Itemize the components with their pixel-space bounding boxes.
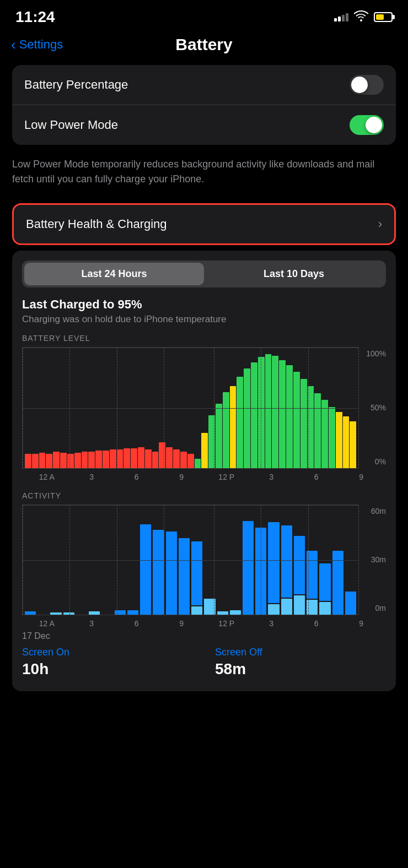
activity-bar-group	[101, 508, 112, 615]
activity-bar-group	[319, 508, 330, 615]
low-power-description: Low Power Mode temporarily reduces backg…	[0, 150, 408, 198]
activity-label: ACTIVITY	[22, 491, 386, 500]
activity-bar-group	[255, 508, 266, 615]
x-label: 9	[159, 619, 205, 628]
y-label-100: 100%	[358, 349, 386, 358]
back-arrow-icon: ‹	[11, 37, 16, 52]
chart-card: Last 24 Hours Last 10 Days Last Charged …	[12, 251, 396, 691]
activity-bar-group	[191, 508, 202, 615]
battery-status-icon	[374, 12, 393, 22]
battery-percentage-toggle[interactable]	[350, 75, 384, 95]
time-period-toggle[interactable]: Last 24 Hours Last 10 Days	[22, 261, 386, 287]
x-label: 6	[114, 619, 159, 628]
activity-bar-group	[76, 508, 87, 615]
activity-bar-group	[217, 508, 228, 615]
page-title: Battery	[175, 35, 232, 54]
activity-bar-group	[127, 508, 138, 615]
activity-bars-container	[23, 505, 358, 615]
y-label-30m: 30m	[358, 555, 386, 564]
activity-bar-group	[294, 508, 305, 615]
low-power-mode-label: Low Power Mode	[24, 118, 118, 132]
status-icons	[334, 10, 393, 24]
activity-chart: 60m 30m 0m	[22, 504, 386, 615]
back-button[interactable]: ‹ Settings	[11, 37, 63, 52]
x-label: 3	[69, 619, 115, 628]
activity-bar-group	[268, 508, 279, 615]
x-label: 6	[294, 619, 339, 628]
battery-level-label: BATTERY LEVEL	[22, 334, 386, 343]
x-label: 12 A	[24, 619, 69, 628]
status-time: 11:24	[15, 8, 55, 26]
activity-bar-group	[243, 508, 254, 615]
battery-percentage-label: Battery Percentage	[24, 78, 128, 92]
battery-level-chart: 100% 50% 0%	[22, 347, 386, 468]
x-label: 3	[69, 473, 115, 481]
toggle-knob-on	[366, 117, 382, 133]
x-label: 3	[249, 619, 294, 628]
screen-stats: Screen On 10h Screen Off 58m	[22, 641, 386, 683]
last-10-days-tab[interactable]: Last 10 Days	[204, 263, 384, 285]
low-power-mode-toggle[interactable]	[350, 115, 384, 135]
wifi-icon	[354, 10, 368, 24]
screen-on-stat: Screen On 10h	[22, 647, 193, 678]
activity-bar-group	[204, 508, 215, 615]
battery-percentage-row[interactable]: Battery Percentage	[12, 65, 396, 105]
low-power-mode-row[interactable]: Low Power Mode	[12, 105, 396, 145]
battery-health-row[interactable]: Battery Health & Charging ›	[12, 203, 396, 245]
battery-bars	[23, 348, 358, 468]
activity-bar-group	[230, 508, 241, 615]
activity-bar-group	[63, 508, 74, 615]
activity-bar-group	[140, 508, 151, 615]
charge-title: Last Charged to 95%	[22, 297, 386, 312]
battery-bar	[25, 454, 31, 468]
toggles-card: Battery Percentage Low Power Mode	[12, 65, 396, 145]
activity-bar-group	[281, 508, 292, 615]
toggle-knob	[351, 77, 368, 93]
activity-bar-group	[332, 508, 343, 615]
battery-x-labels: 12 A 3 6 9 12 P 3 6 9	[22, 470, 386, 481]
x-label: 12 P	[204, 473, 249, 481]
activity-y-labels: 60m 30m 0m	[358, 504, 386, 615]
battery-y-labels: 100% 50% 0%	[358, 347, 386, 468]
activity-bar-group	[166, 508, 177, 615]
x-label: 9	[339, 619, 384, 628]
nav-header: ‹ Settings Battery	[0, 30, 408, 65]
x-label: 3	[249, 473, 294, 481]
screen-off-value: 58m	[215, 660, 386, 678]
x-label: 12 P	[204, 619, 249, 628]
y-label-0m: 0m	[358, 604, 386, 612]
battery-health-label: Battery Health & Charging	[26, 217, 167, 231]
status-bar: 11:24	[0, 0, 408, 30]
last-24-hours-tab[interactable]: Last 24 Hours	[24, 263, 204, 285]
battery-chart-area	[22, 347, 358, 468]
activity-bar-group	[37, 508, 49, 615]
y-label-50: 50%	[358, 403, 386, 412]
chart-date: 17 Dec	[22, 631, 50, 641]
screen-off-stat: Screen Off 58m	[215, 647, 386, 678]
activity-bar-group	[89, 508, 100, 615]
signal-bars-icon	[334, 13, 348, 21]
x-label: 6	[294, 473, 339, 481]
activity-bar-group	[179, 508, 190, 615]
activity-x-labels: 12 A 3 6 9 12 P 3 6 9	[22, 617, 386, 628]
x-label: 12 A	[24, 473, 69, 481]
chart-bottom-info: 17 Dec	[22, 631, 386, 641]
chevron-right-icon: ›	[378, 217, 382, 231]
activity-bar-group	[25, 508, 36, 615]
x-label: 9	[159, 473, 205, 481]
y-label-0: 0%	[358, 457, 386, 466]
charge-info: Last Charged to 95% Charging was on hold…	[22, 297, 386, 325]
screen-on-label: Screen On	[22, 647, 193, 658]
activity-bar-group	[345, 508, 356, 615]
x-label: 6	[114, 473, 159, 481]
activity-chart-area	[22, 504, 358, 615]
activity-bar-group	[115, 508, 126, 615]
screen-on-value: 10h	[22, 660, 193, 678]
charge-subtitle: Charging was on hold due to iPhone tempe…	[22, 314, 386, 325]
back-label: Settings	[19, 37, 63, 52]
activity-bar-group	[153, 508, 164, 615]
x-label: 9	[339, 473, 384, 481]
y-label-60m: 60m	[358, 507, 386, 516]
screen-off-label: Screen Off	[215, 647, 386, 658]
activity-bar-group	[307, 508, 318, 615]
